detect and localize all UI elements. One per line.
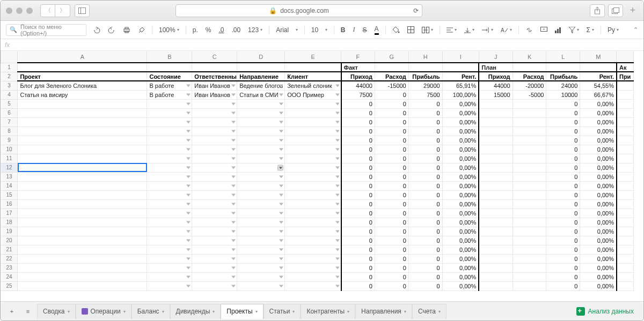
cell[interactable] bbox=[617, 108, 634, 117]
row-header[interactable]: 24 bbox=[1, 272, 18, 281]
all-sheets-button[interactable]: ≡ bbox=[21, 304, 35, 318]
cell[interactable] bbox=[147, 126, 192, 136]
cell[interactable]: 0 bbox=[375, 136, 408, 145]
cell[interactable] bbox=[285, 108, 341, 117]
cell[interactable] bbox=[237, 263, 285, 272]
cell[interactable] bbox=[617, 136, 634, 145]
col-header[interactable]: D bbox=[237, 51, 285, 63]
number-format-select[interactable]: 123▾ bbox=[247, 25, 264, 35]
cell[interactable]: 65,91% bbox=[442, 81, 479, 90]
cell[interactable] bbox=[18, 136, 147, 145]
cell[interactable] bbox=[513, 154, 546, 163]
cell[interactable]: 0,00% bbox=[580, 263, 617, 272]
cell[interactable]: 0,00% bbox=[580, 108, 617, 117]
cell[interactable] bbox=[147, 208, 192, 218]
cell[interactable] bbox=[617, 281, 634, 290]
cell[interactable]: 0 bbox=[341, 154, 375, 163]
cell[interactable]: 44000 bbox=[479, 81, 513, 90]
cell[interactable] bbox=[285, 281, 341, 290]
cell[interactable] bbox=[479, 199, 513, 208]
col-header[interactable] bbox=[617, 51, 634, 63]
cell[interactable]: 0,00% bbox=[580, 117, 617, 126]
cell[interactable]: 0 bbox=[341, 199, 375, 208]
dropdown-icon[interactable] bbox=[279, 193, 283, 196]
dropdown-icon[interactable] bbox=[231, 266, 236, 269]
cell[interactable]: 0 bbox=[546, 108, 580, 117]
cell[interactable]: 0 bbox=[375, 181, 408, 190]
cell[interactable] bbox=[18, 126, 147, 136]
dropdown-icon[interactable] bbox=[279, 111, 283, 114]
dropdown-icon[interactable] bbox=[231, 102, 236, 105]
cell[interactable] bbox=[18, 117, 147, 126]
strikethrough-button[interactable]: S bbox=[362, 25, 368, 35]
cell[interactable]: 0 bbox=[375, 236, 408, 245]
cell[interactable] bbox=[18, 208, 147, 218]
cell[interactable] bbox=[513, 117, 546, 126]
dropdown-icon[interactable] bbox=[279, 157, 283, 160]
borders-button[interactable] bbox=[406, 25, 415, 34]
dropdown-icon[interactable] bbox=[335, 193, 340, 196]
cell[interactable] bbox=[513, 108, 546, 117]
wrap-button[interactable]: ▾ bbox=[481, 26, 494, 34]
cell[interactable] bbox=[479, 99, 513, 108]
dropdown-icon[interactable] bbox=[186, 275, 191, 278]
dropdown-icon[interactable] bbox=[279, 275, 283, 278]
dropdown-icon[interactable] bbox=[335, 130, 340, 132]
col-header[interactable]: J bbox=[479, 51, 513, 63]
row-header[interactable]: 21 bbox=[1, 245, 18, 254]
cell[interactable] bbox=[617, 208, 634, 218]
dropdown-icon[interactable] bbox=[279, 139, 283, 141]
dropdown-icon[interactable] bbox=[335, 230, 340, 233]
cell[interactable]: 0,00% bbox=[580, 227, 617, 236]
cell[interactable] bbox=[617, 81, 634, 90]
cell[interactable]: 0 bbox=[546, 208, 580, 218]
cell[interactable] bbox=[192, 108, 237, 117]
cell[interactable] bbox=[513, 172, 546, 181]
dropdown-icon[interactable] bbox=[186, 121, 191, 123]
dropdown-icon[interactable] bbox=[279, 102, 283, 105]
cell[interactable] bbox=[147, 190, 192, 199]
valign-button[interactable]: ▾ bbox=[463, 26, 475, 34]
cell[interactable]: -20000 bbox=[513, 81, 546, 90]
cell[interactable]: 0 bbox=[375, 227, 408, 236]
cell[interactable] bbox=[479, 154, 513, 163]
cell[interactable] bbox=[237, 190, 285, 199]
decrease-decimal-button[interactable]: .0 bbox=[217, 25, 225, 35]
cell[interactable]: 0 bbox=[408, 154, 442, 163]
cell[interactable]: 0 bbox=[375, 108, 408, 117]
cell[interactable]: 0,00% bbox=[442, 136, 479, 145]
cell[interactable] bbox=[513, 181, 546, 190]
sheet-menu-caret[interactable]: ▾ bbox=[255, 309, 258, 314]
cell[interactable] bbox=[18, 227, 147, 236]
cell[interactable]: 0 bbox=[546, 199, 580, 208]
cell[interactable] bbox=[479, 272, 513, 281]
cell[interactable] bbox=[192, 190, 237, 199]
cell[interactable] bbox=[513, 218, 546, 227]
cell[interactable]: 0 bbox=[408, 117, 442, 126]
row-header[interactable]: 13 bbox=[1, 172, 18, 181]
cell[interactable]: 0 bbox=[408, 172, 442, 181]
dropdown-icon[interactable] bbox=[279, 266, 283, 269]
cell[interactable]: 0,00% bbox=[442, 227, 479, 236]
dropdown-icon[interactable] bbox=[186, 203, 191, 205]
cell[interactable]: 0 bbox=[408, 272, 442, 281]
dropdown-icon[interactable] bbox=[231, 221, 236, 223]
cell[interactable] bbox=[237, 99, 285, 108]
cell[interactable]: 0 bbox=[546, 172, 580, 181]
cell[interactable] bbox=[147, 108, 192, 117]
cell[interactable]: 0,00% bbox=[580, 99, 617, 108]
forward-button[interactable]: 〉 bbox=[55, 4, 70, 17]
row-header[interactable]: 4 bbox=[1, 90, 18, 99]
cell[interactable] bbox=[147, 172, 192, 181]
sheet-menu-caret[interactable]: ▾ bbox=[438, 309, 441, 314]
cell[interactable] bbox=[237, 199, 285, 208]
dropdown-icon[interactable] bbox=[335, 139, 340, 141]
cell[interactable]: 0 bbox=[341, 181, 375, 190]
dropdown-icon[interactable] bbox=[335, 239, 340, 242]
cell[interactable] bbox=[192, 199, 237, 208]
cell[interactable]: 0 bbox=[341, 108, 375, 117]
sheet-tab[interactable]: Операции▾ bbox=[76, 304, 131, 319]
dropdown-icon[interactable] bbox=[335, 84, 340, 87]
cell[interactable]: 0,00% bbox=[580, 208, 617, 218]
cell[interactable]: 0 bbox=[408, 263, 442, 272]
